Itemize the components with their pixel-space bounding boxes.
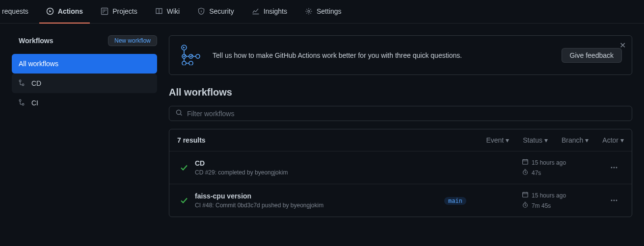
filter-dropdowns: Event▾ Status▾ Branch▾ Actor▾ (486, 136, 624, 144)
svg-point-19 (616, 167, 617, 169)
nav-settings[interactable]: Settings (298, 0, 349, 24)
workflow-icon (19, 79, 27, 87)
new-workflow-button[interactable]: New workflow (108, 35, 157, 46)
main-content: Tell us how to make GitHub Actions work … (169, 35, 632, 217)
nav-insights[interactable]: Insights (245, 0, 294, 24)
results-header: 7 results Event▾ Status▾ Branch▾ Actor▾ (169, 129, 632, 151)
filter-event[interactable]: Event▾ (486, 136, 509, 144)
nav-label: ll requests (0, 7, 28, 15)
nav-actions[interactable]: Actions (39, 0, 90, 24)
nav-pull-requests[interactable]: ll requests (0, 0, 35, 24)
svg-point-4 (19, 80, 21, 82)
filter-label: Branch (562, 136, 583, 144)
stopwatch-icon (522, 169, 529, 177)
filter-actor[interactable]: Actor▾ (602, 136, 624, 144)
branch-label[interactable]: main (444, 197, 466, 205)
run-duration: 47s (532, 170, 541, 176)
sidebar-item-ci[interactable]: CI (12, 93, 157, 113)
caret-down-icon: ▾ (620, 136, 624, 144)
svg-point-5 (22, 84, 24, 86)
wiki-icon (155, 7, 163, 15)
run-title[interactable]: CD (195, 159, 440, 167)
branch-cell: main (444, 197, 518, 205)
nav-wiki[interactable]: Wiki (148, 0, 187, 24)
svg-point-18 (614, 167, 615, 169)
filter-label: Status (523, 136, 542, 144)
svg-point-6 (19, 99, 21, 101)
workflow-icon (19, 99, 27, 107)
sidebar: Workflows New workflow All workflows CD … (12, 35, 157, 217)
results-box: 7 results Event▾ Status▾ Branch▾ Actor▾ … (169, 129, 632, 217)
svg-point-23 (614, 200, 615, 201)
sidebar-header: Workflows New workflow (12, 35, 157, 46)
run-duration: 7m 45s (532, 202, 551, 209)
run-meta: 15 hours ago 7m 45s (522, 191, 600, 210)
svg-point-7 (22, 103, 24, 105)
run-age: 15 hours ago (532, 159, 566, 166)
nav-security[interactable]: Security (190, 0, 241, 24)
sidebar-list: All workflows CD CI (12, 54, 157, 113)
run-subtitle: CD #29: completed by byeongjokim (195, 169, 440, 176)
nav-label: Security (209, 7, 234, 15)
run-menu-button[interactable] (604, 197, 624, 204)
nav-label: Actions (58, 7, 83, 15)
svg-point-12 (182, 61, 186, 65)
repo-nav: ll requests Actions Projects Wiki Securi… (0, 0, 644, 24)
run-age: 15 hours ago (532, 192, 566, 199)
shield-icon (197, 7, 205, 15)
results-count: 7 results (177, 136, 206, 144)
play-icon (46, 7, 54, 15)
svg-point-14 (177, 110, 181, 115)
nav-label: Projects (112, 7, 137, 15)
caret-down-icon: ▾ (585, 136, 589, 144)
calendar-icon (522, 191, 529, 199)
filter-workflows[interactable] (169, 106, 632, 121)
close-icon[interactable]: ✕ (619, 41, 626, 50)
filter-label: Actor (602, 136, 618, 144)
success-check-icon (177, 164, 191, 172)
run-info: CD CD #29: completed by byeongjokim (195, 159, 440, 176)
svg-point-3 (308, 10, 310, 12)
page-title: All workflows (169, 87, 632, 98)
actions-flow-icon (179, 44, 201, 67)
svg-point-22 (611, 200, 613, 201)
run-row[interactable]: faiss-cpu version CI #48: Commit 0bd3c7d… (169, 184, 632, 217)
svg-point-24 (616, 200, 617, 201)
feedback-banner: Tell us how to make GitHub Actions work … (169, 35, 632, 75)
filter-status[interactable]: Status▾ (523, 136, 548, 144)
filter-branch[interactable]: Branch▾ (562, 136, 589, 144)
sidebar-title: Workflows (19, 37, 54, 45)
gear-icon (305, 7, 313, 15)
search-icon (175, 109, 187, 118)
filter-input[interactable] (187, 110, 626, 118)
calendar-icon (522, 158, 529, 167)
svg-point-13 (189, 61, 193, 65)
nav-label: Settings (317, 7, 342, 15)
sidebar-item-label: CD (31, 79, 41, 87)
run-row[interactable]: CD CD #29: completed by byeongjokim 15 h… (169, 151, 632, 184)
stopwatch-icon (522, 201, 529, 210)
nav-label: Insights (264, 7, 287, 15)
nav-label: Wiki (167, 7, 180, 15)
banner-text: Tell us how to make GitHub Actions work … (213, 51, 550, 59)
svg-point-2 (201, 10, 202, 11)
run-menu-button[interactable] (604, 164, 624, 172)
svg-point-11 (196, 54, 200, 58)
svg-point-17 (611, 167, 613, 169)
success-check-icon (177, 197, 191, 204)
nav-projects[interactable]: Projects (94, 0, 144, 24)
sidebar-item-cd[interactable]: CD (12, 74, 157, 93)
graph-icon (252, 7, 260, 15)
sidebar-item-all-workflows[interactable]: All workflows (12, 54, 157, 74)
sidebar-item-label: All workflows (19, 60, 58, 68)
run-info: faiss-cpu version CI #48: Commit 0bd3c7d… (195, 192, 440, 209)
caret-down-icon: ▾ (506, 136, 509, 144)
filter-label: Event (486, 136, 504, 144)
svg-rect-20 (523, 193, 528, 197)
run-title[interactable]: faiss-cpu version (195, 192, 440, 200)
run-meta: 15 hours ago 47s (522, 158, 600, 177)
run-subtitle: CI #48: Commit 0bd3c7d pushed by byeongj… (195, 202, 440, 209)
caret-down-icon: ▾ (544, 136, 548, 144)
svg-rect-15 (523, 160, 528, 165)
give-feedback-button[interactable]: Give feedback (562, 48, 622, 63)
